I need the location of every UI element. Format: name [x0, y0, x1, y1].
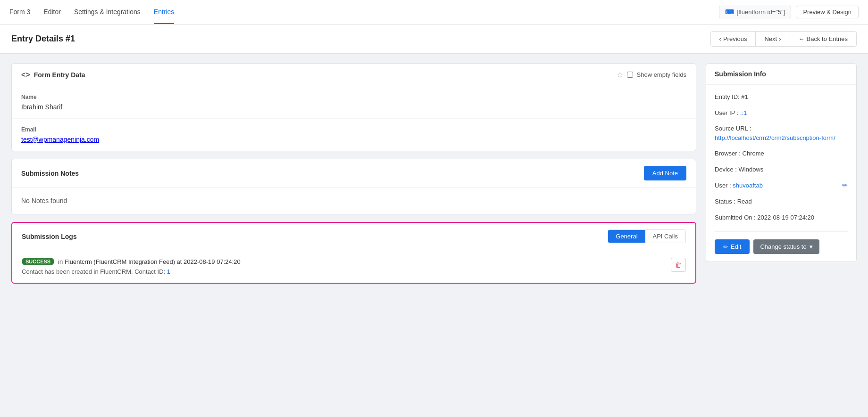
submission-notes-title: Submission Notes: [21, 170, 79, 177]
submission-info-body: Entity ID: #1 User IP : ::1 Source URL :…: [706, 85, 856, 262]
next-label: Next: [764, 35, 777, 42]
previous-label: Previous: [723, 35, 747, 42]
logs-tabs: General API Calls: [608, 229, 686, 243]
submission-logs-header: Submission Logs General API Calls: [12, 223, 695, 250]
left-panel: <> Form Entry Data ☆ Show empty fields N…: [11, 63, 696, 412]
device-value: Windows: [739, 166, 764, 173]
status-row: Status : Read: [715, 197, 848, 206]
user-ip-row: User IP : ::1: [715, 108, 848, 118]
log-text: in Fluentcrm (FluentCRM Integration Feed…: [58, 258, 241, 265]
shortcode-badge[interactable]: ⌨ [fluentform id="5"]: [719, 6, 792, 18]
log-entry-content: success in Fluentcrm (FluentCRM Integrat…: [22, 258, 665, 275]
next-arrow: ›: [779, 35, 781, 42]
star-icon[interactable]: ☆: [617, 70, 623, 79]
name-value: Ibrahim Sharif: [21, 103, 686, 111]
user-ip-label: User IP :: [715, 109, 740, 116]
log-entry-line1: success in Fluentcrm (FluentCRM Integrat…: [22, 258, 665, 265]
submission-logs-title: Submission Logs: [22, 233, 77, 240]
submission-info-card: Submission Info Entity ID: #1 User IP : …: [706, 63, 857, 262]
trash-icon: 🗑: [675, 261, 682, 269]
source-url-label: Source URL :: [715, 125, 751, 132]
user-row-content: User : shuvoaftab: [715, 181, 763, 190]
submission-notes-header: Submission Notes Add Note: [12, 159, 696, 188]
logs-body: success in Fluentcrm (FluentCRM Integrat…: [12, 250, 695, 283]
user-label: User :: [715, 182, 733, 189]
nav-editor[interactable]: Editor: [43, 0, 61, 24]
no-notes-text: No Notes found: [12, 188, 696, 214]
show-empty-fields-checkbox[interactable]: [627, 72, 633, 78]
preview-design-button[interactable]: Preview & Design: [796, 6, 859, 18]
browser-label: Browser :: [715, 150, 743, 157]
entity-id-row: Entity ID: #1: [715, 92, 848, 102]
log-detail: Contact has been created in FluentCRM. C…: [22, 268, 665, 275]
nav-form3[interactable]: Form 3: [9, 0, 30, 24]
edit-icon: ✏: [723, 244, 728, 250]
status-value: Read: [737, 198, 752, 205]
previous-button[interactable]: ‹ Previous: [711, 32, 756, 46]
device-row: Device : Windows: [715, 165, 848, 174]
show-empty-fields-label: Show empty fields: [637, 71, 687, 78]
back-arrow-icon: ←: [799, 35, 805, 42]
entry-nav-buttons: ‹ Previous Next › ← Back to Entries: [710, 31, 857, 47]
user-row: User : shuvoaftab ✏: [715, 180, 848, 190]
show-empty-fields-control: ☆ Show empty fields: [617, 70, 687, 79]
form-entry-data-header: <> Form Entry Data ☆ Show empty fields: [12, 64, 696, 86]
info-actions: ✏ Edit Change status to ▾: [715, 231, 848, 254]
nav-entries[interactable]: Entries: [154, 0, 175, 24]
submitted-on-row: Submitted On : 2022-08-19 07:24:20: [715, 213, 848, 222]
user-link[interactable]: shuvoaftab: [733, 182, 763, 189]
edit-button[interactable]: ✏ Edit: [715, 239, 750, 254]
name-label: Name: [21, 94, 686, 100]
page-title: Entry Details #1: [11, 34, 75, 44]
add-note-button[interactable]: Add Note: [644, 166, 686, 180]
success-badge: success: [22, 258, 54, 265]
chevron-down-icon: ▾: [810, 243, 813, 250]
email-field-group: Email test@wpmanageninja.com: [12, 119, 696, 151]
submission-notes-card: Submission Notes Add Note No Notes found: [11, 159, 696, 214]
delete-log-button[interactable]: 🗑: [671, 258, 686, 272]
user-ip-link[interactable]: ::1: [740, 109, 747, 116]
change-status-button[interactable]: Change status to ▾: [753, 239, 819, 254]
edit-pencil-icon[interactable]: ✏: [842, 180, 848, 190]
log-detail-text: Contact has been created in FluentCRM. C…: [22, 268, 167, 275]
logs-tab-api-calls[interactable]: API Calls: [645, 230, 685, 243]
submitted-on-label: Submitted On :: [715, 214, 757, 221]
code-icon: <>: [21, 71, 30, 79]
browser-row: Browser : Chrome: [715, 149, 848, 158]
submission-info-header: Submission Info: [706, 64, 856, 85]
edit-label: Edit: [731, 243, 741, 250]
email-link[interactable]: test@wpmanageninja.com: [21, 136, 99, 143]
page-header: Entry Details #1 ‹ Previous Next › ← Bac…: [0, 25, 868, 54]
email-label: Email: [21, 126, 686, 133]
top-nav: Form 3 Editor Settings & Integrations En…: [0, 0, 868, 25]
prev-arrow: ‹: [719, 35, 721, 42]
right-panel: Submission Info Entity ID: #1 User IP : …: [706, 63, 857, 412]
submission-logs-card: Submission Logs General API Calls succes…: [11, 222, 696, 284]
form-entry-fields: Name Ibrahim Sharif Email test@wpmanagen…: [12, 86, 696, 151]
shortcode-icon: ⌨: [725, 8, 734, 16]
status-label: Status :: [715, 198, 737, 205]
shortcode-text: [fluentform id="5"]: [737, 8, 785, 16]
source-url-link[interactable]: http://localhost/crm2/crm2/subscription-…: [715, 134, 835, 141]
back-to-entries-label: Back to Entries: [807, 35, 848, 42]
source-url-row: Source URL : http://localhost/crm2/crm2/…: [715, 124, 848, 142]
form-entry-data-title: <> Form Entry Data: [21, 71, 85, 79]
change-status-label: Change status to: [760, 243, 806, 250]
form-entry-data-label: Form Entry Data: [34, 71, 85, 79]
device-label: Device :: [715, 166, 739, 173]
nav-settings[interactable]: Settings & Integrations: [74, 0, 141, 24]
top-nav-right: ⌨ [fluentform id="5"] Preview & Design: [719, 6, 859, 18]
name-field-group: Name Ibrahim Sharif: [12, 86, 696, 119]
main-content: <> Form Entry Data ☆ Show empty fields N…: [0, 54, 868, 417]
contact-id-link[interactable]: 1: [167, 268, 170, 275]
back-to-entries-button[interactable]: ← Back to Entries: [790, 32, 856, 46]
logs-tab-general[interactable]: General: [608, 230, 645, 243]
next-button[interactable]: Next ›: [756, 32, 790, 46]
log-entry: success in Fluentcrm (FluentCRM Integrat…: [22, 258, 686, 275]
browser-value: Chrome: [743, 150, 764, 157]
email-value[interactable]: test@wpmanageninja.com: [21, 136, 686, 143]
form-entry-data-card: <> Form Entry Data ☆ Show empty fields N…: [11, 63, 696, 151]
submitted-on-value: 2022-08-19 07:24:20: [757, 214, 814, 221]
